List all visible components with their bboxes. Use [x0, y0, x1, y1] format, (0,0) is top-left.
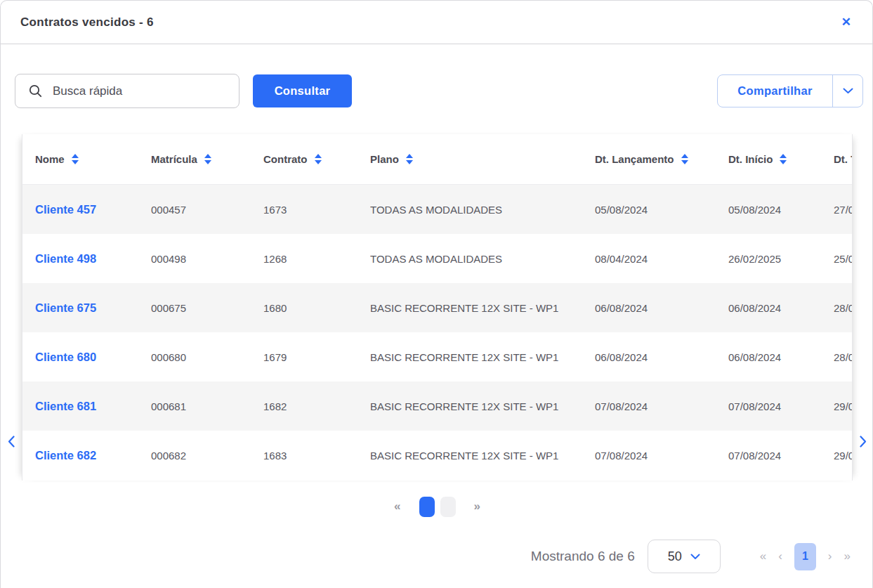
cell-plano: BASIC RECORRENTE 12X SITE - WP1 — [370, 302, 595, 314]
search-icon — [28, 84, 43, 98]
column-header-dt-termino[interactable]: Dt. T — [834, 153, 853, 165]
close-icon[interactable]: ✕ — [841, 16, 851, 28]
showing-count-text: Mostrando 6 de 6 — [531, 549, 635, 564]
chevron-down-icon — [843, 88, 853, 94]
carousel-next-icon[interactable]: » — [474, 499, 480, 514]
cell-dt-inicio: 07/08/2024 — [728, 400, 834, 412]
cell-matricula: 000681 — [151, 400, 263, 412]
first-page-icon[interactable]: « — [760, 549, 766, 563]
column-header-dt-inicio[interactable]: Dt. Início — [728, 153, 834, 165]
sort-icon[interactable] — [681, 154, 688, 164]
cell-dt-inicio: 26/02/2025 — [728, 253, 834, 265]
scroll-left-button[interactable] — [1, 431, 22, 452]
share-split-button[interactable]: Compartilhar — [717, 74, 863, 107]
current-page-button[interactable]: 1 — [794, 543, 816, 570]
table-row: Cliente 682 000682 1683 BASIC RECORRENTE… — [22, 431, 853, 480]
sort-icon[interactable] — [315, 154, 322, 164]
modal-title: Contratos vencidos - 6 — [20, 15, 154, 30]
cell-dt-termino: 27/0 — [834, 204, 853, 216]
cell-dt-lancamento: 05/08/2024 — [595, 204, 728, 216]
carousel-page-active[interactable] — [419, 497, 435, 517]
page-size-value: 50 — [668, 549, 682, 564]
sort-icon[interactable] — [204, 154, 211, 164]
pagination: « ‹ 1 › » — [760, 543, 851, 570]
cell-plano: BASIC RECORRENTE 12X SITE - WP1 — [370, 351, 595, 363]
cell-contrato: 1679 — [263, 351, 370, 363]
cell-dt-inicio: 06/08/2024 — [728, 302, 834, 314]
client-link[interactable]: Cliente 675 — [35, 301, 151, 315]
sort-icon[interactable] — [780, 154, 787, 164]
page-size-select[interactable]: 50 — [648, 540, 721, 573]
cell-dt-termino: 29/0 — [834, 450, 853, 462]
client-link[interactable]: Cliente 498 — [35, 252, 151, 266]
cell-contrato: 1683 — [263, 450, 370, 462]
carousel-page-inactive[interactable] — [440, 497, 456, 517]
chevron-left-icon — [8, 436, 15, 447]
client-link[interactable]: Cliente 680 — [35, 351, 151, 364]
search-box[interactable] — [15, 74, 239, 108]
client-link[interactable]: Cliente 681 — [35, 400, 151, 413]
table-header-row: Nome Matrícula Contrato Plano Dt. Lançam… — [22, 134, 853, 185]
table-page-carousel: « » — [1, 495, 873, 518]
cell-dt-inicio: 06/08/2024 — [728, 351, 834, 363]
table-row: Cliente 680 000680 1679 BASIC RECORRENTE… — [22, 332, 853, 381]
cell-matricula: 000680 — [151, 351, 263, 363]
cell-dt-lancamento: 07/08/2024 — [595, 450, 728, 462]
toolbar: Consultar Compartilhar — [15, 74, 863, 108]
cell-matricula: 000498 — [151, 253, 263, 265]
search-input[interactable] — [53, 84, 229, 98]
column-header-nome[interactable]: Nome — [35, 153, 151, 165]
column-header-matricula[interactable]: Matrícula — [151, 153, 263, 165]
cell-contrato: 1673 — [263, 204, 370, 216]
next-page-icon[interactable]: › — [828, 549, 832, 563]
cell-dt-lancamento: 07/08/2024 — [595, 400, 728, 412]
cell-matricula: 000675 — [151, 302, 263, 314]
sort-icon[interactable] — [406, 154, 413, 164]
cell-dt-lancamento: 06/08/2024 — [595, 351, 728, 363]
prev-page-icon[interactable]: ‹ — [778, 549, 782, 563]
table-viewport: Nome Matrícula Contrato Plano Dt. Lançam… — [22, 134, 853, 481]
cell-dt-termino: 25/0 — [834, 253, 853, 265]
cell-dt-inicio: 07/08/2024 — [728, 450, 834, 462]
cell-contrato: 1682 — [263, 400, 370, 412]
client-link[interactable]: Cliente 682 — [35, 449, 151, 462]
client-link[interactable]: Cliente 457 — [35, 203, 151, 216]
chevron-down-icon — [690, 554, 700, 560]
cell-plano: TODAS AS MODALIDADES — [370, 204, 595, 216]
carousel-prev-icon[interactable]: « — [394, 499, 400, 514]
modal-header: Contratos vencidos - 6 ✕ — [1, 1, 872, 44]
cell-dt-termino: 28/0 — [834, 302, 853, 314]
table-row: Cliente 457 000457 1673 TODAS AS MODALID… — [22, 185, 853, 234]
cell-contrato: 1268 — [263, 253, 370, 265]
sort-icon[interactable] — [72, 154, 79, 164]
consult-button[interactable]: Consultar — [253, 74, 352, 107]
share-dropdown-toggle[interactable] — [833, 75, 862, 107]
table-row: Cliente 675 000675 1680 BASIC RECORRENTE… — [22, 283, 853, 332]
last-page-icon[interactable]: » — [844, 549, 851, 563]
share-button-label[interactable]: Compartilhar — [718, 75, 833, 107]
cell-dt-lancamento: 06/08/2024 — [595, 302, 728, 314]
cell-dt-termino: 28/0 — [834, 351, 853, 363]
scroll-right-button[interactable] — [853, 431, 873, 452]
cell-plano: TODAS AS MODALIDADES — [370, 253, 595, 265]
chevron-right-icon — [860, 436, 867, 447]
column-header-plano[interactable]: Plano — [370, 153, 595, 165]
cell-dt-inicio: 05/08/2024 — [728, 204, 834, 216]
column-header-contrato[interactable]: Contrato — [263, 153, 370, 165]
cell-dt-lancamento: 08/04/2024 — [595, 253, 728, 265]
cell-plano: BASIC RECORRENTE 12X SITE - WP1 — [370, 400, 595, 412]
column-header-dt-lancamento[interactable]: Dt. Lançamento — [595, 153, 728, 165]
table-row: Cliente 498 000498 1268 TODAS AS MODALID… — [22, 234, 853, 283]
table-zone: Nome Matrícula Contrato Plano Dt. Lançam… — [1, 134, 873, 481]
cell-dt-termino: 29/0 — [834, 400, 853, 412]
table-row: Cliente 681 000681 1682 BASIC RECORRENTE… — [22, 381, 853, 431]
cell-plano: BASIC RECORRENTE 12X SITE - WP1 — [370, 450, 595, 462]
cell-matricula: 000682 — [151, 450, 263, 462]
expired-contracts-modal: Contratos vencidos - 6 ✕ Consultar Compa… — [0, 0, 873, 588]
footer: Mostrando 6 de 6 50 « ‹ 1 › » — [1, 538, 873, 575]
cell-contrato: 1680 — [263, 302, 370, 314]
cell-matricula: 000457 — [151, 204, 263, 216]
